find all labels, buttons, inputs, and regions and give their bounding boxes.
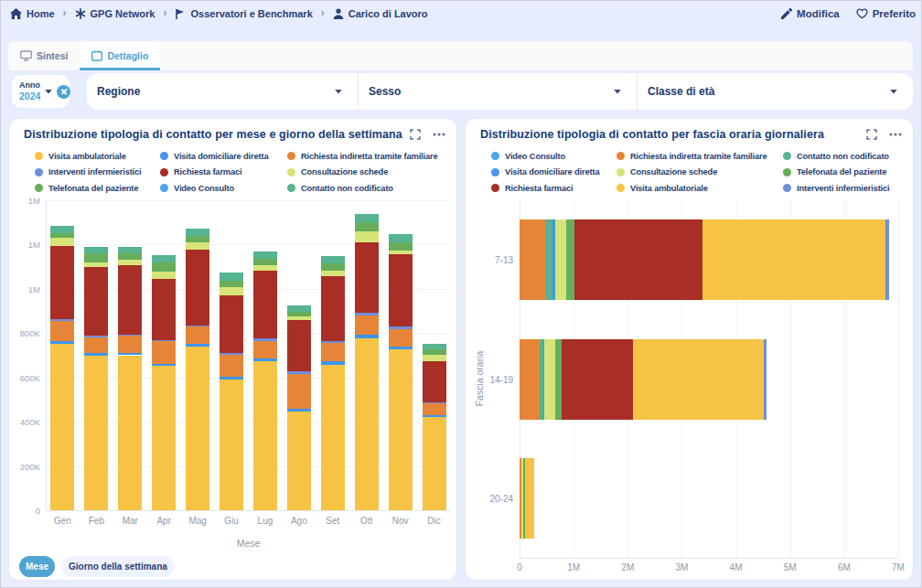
fullscreen-icon[interactable]: [410, 129, 421, 140]
bar-segment[interactable]: [555, 339, 562, 420]
bar-segment[interactable]: [50, 238, 74, 246]
bar-segment[interactable]: [423, 355, 446, 361]
bar-segment[interactable]: [389, 326, 413, 329]
toggle-mese[interactable]: Mese: [19, 556, 55, 577]
bar-segment[interactable]: [186, 326, 209, 326]
legend-item[interactable]: Visita ambulatoriale: [35, 148, 160, 165]
more-options-icon[interactable]: [433, 133, 445, 136]
legend-item[interactable]: Interventi infermieristici: [783, 180, 890, 197]
bar-segment[interactable]: [186, 236, 209, 242]
bar-segment[interactable]: [84, 253, 108, 262]
bar-segment[interactable]: [84, 247, 108, 253]
bar-segment[interactable]: [50, 319, 74, 320]
bar-segment[interactable]: [520, 339, 540, 420]
bar-segment[interactable]: [253, 358, 277, 361]
bar-segment[interactable]: [423, 402, 446, 403]
bar-segment[interactable]: [152, 340, 176, 341]
bar-segment[interactable]: [220, 273, 243, 281]
bar-segment[interactable]: [186, 229, 209, 236]
breadcrumb-carico-di-lavoro[interactable]: Carico di Lavoro: [333, 8, 428, 19]
bar-segment[interactable]: [389, 234, 413, 242]
bar-segment[interactable]: [220, 353, 243, 354]
bar-segment[interactable]: [525, 458, 534, 539]
bar-segment[interactable]: [220, 287, 243, 295]
bar-segment[interactable]: [287, 412, 311, 510]
modifica-button[interactable]: Modifica: [781, 8, 840, 19]
legend-item[interactable]: Visita domiciliare diretta: [491, 165, 616, 181]
bar-segment[interactable]: [118, 356, 142, 511]
bar-segment[interactable]: [355, 214, 379, 222]
bar-segment[interactable]: [389, 349, 413, 510]
bar-segment[interactable]: [84, 262, 108, 267]
anno-filter-chip[interactable]: Anno 2024: [12, 75, 70, 108]
legend-item[interactable]: Richiesta indiretta tramite familiare: [616, 148, 783, 165]
legend-item[interactable]: Contatto non codificato: [287, 180, 437, 197]
bar-segment[interactable]: [355, 335, 379, 337]
legend-item[interactable]: Richiesta farmaci: [160, 165, 287, 181]
legend-item[interactable]: Visita domiciliare diretta: [160, 148, 287, 165]
sesso-dropdown[interactable]: Sesso: [358, 73, 637, 110]
bar-segment[interactable]: [50, 246, 74, 319]
bar-segment[interactable]: [118, 253, 142, 260]
bar-segment[interactable]: [423, 344, 446, 349]
bar-segment[interactable]: [885, 219, 889, 300]
legend-item[interactable]: Consultazione schede: [616, 165, 783, 181]
toggle-giorno-settimana[interactable]: Giorno della settimana: [62, 556, 174, 577]
bar-segment[interactable]: [520, 219, 546, 300]
bar-segment[interactable]: [84, 336, 108, 337]
bar-segment[interactable]: [574, 219, 702, 300]
bar-segment[interactable]: [118, 335, 142, 336]
bar-segment[interactable]: [253, 361, 277, 510]
bar-segment[interactable]: [389, 254, 413, 326]
breadcrumb-gpg-network[interactable]: GPG Network: [75, 8, 155, 19]
legend-item[interactable]: Video Consulto: [160, 180, 287, 197]
bar-segment[interactable]: [355, 242, 379, 313]
bar-segment[interactable]: [50, 233, 74, 239]
tab-dettaglio[interactable]: Dettaglio: [80, 41, 160, 70]
bar-segment[interactable]: [186, 250, 209, 325]
bar-segment[interactable]: [633, 339, 764, 420]
bar-segment[interactable]: [562, 339, 633, 420]
bar-segment[interactable]: [118, 247, 142, 253]
bar-segment[interactable]: [423, 415, 446, 418]
bar-segment[interactable]: [220, 377, 243, 380]
bar-segment[interactable]: [423, 361, 446, 402]
bar-segment[interactable]: [220, 380, 243, 510]
bar-segment[interactable]: [152, 255, 176, 262]
legend-item[interactable]: Telefonata del paziente: [783, 165, 890, 181]
tab-sintesi[interactable]: Sintesi: [8, 41, 80, 70]
legend-item[interactable]: Consultazione schede: [287, 165, 437, 181]
bar-segment[interactable]: [186, 326, 209, 344]
bar-segment[interactable]: [321, 365, 345, 510]
bar-segment[interactable]: [355, 222, 379, 232]
bar-segment[interactable]: [253, 251, 277, 259]
bar-segment[interactable]: [186, 242, 209, 250]
bar-segment[interactable]: [118, 336, 142, 352]
bar-segment[interactable]: [220, 355, 243, 377]
bar-segment[interactable]: [566, 219, 575, 300]
bar-segment[interactable]: [321, 271, 345, 276]
clear-filter-button[interactable]: [57, 85, 70, 99]
bar-segment[interactable]: [152, 262, 176, 272]
bar-segment[interactable]: [287, 305, 311, 312]
bar-segment[interactable]: [355, 315, 379, 335]
bar-segment[interactable]: [389, 251, 413, 254]
chevron-down-icon[interactable]: [44, 89, 53, 95]
breadcrumb-osservatori[interactable]: Osservatori e Benchmark: [175, 8, 312, 19]
legend-item[interactable]: Interventi infermieristici: [35, 165, 160, 181]
bar-segment[interactable]: [389, 347, 413, 349]
bar-segment[interactable]: [84, 353, 108, 356]
bar-segment[interactable]: [423, 349, 446, 355]
legend-item[interactable]: Video Consulto: [491, 148, 616, 165]
bar-segment[interactable]: [118, 265, 142, 335]
bar-segment[interactable]: [287, 371, 311, 373]
bar-segment[interactable]: [84, 337, 108, 354]
bar-segment[interactable]: [355, 313, 379, 315]
bar-segment[interactable]: [152, 272, 176, 279]
bar-segment[interactable]: [220, 281, 243, 287]
bar-segment[interactable]: [253, 265, 277, 271]
legend-item[interactable]: Visita ambulatoriale: [616, 180, 783, 197]
bar-segment[interactable]: [50, 341, 74, 344]
breadcrumb-home[interactable]: Home: [10, 8, 55, 19]
bar-segment[interactable]: [423, 402, 446, 414]
